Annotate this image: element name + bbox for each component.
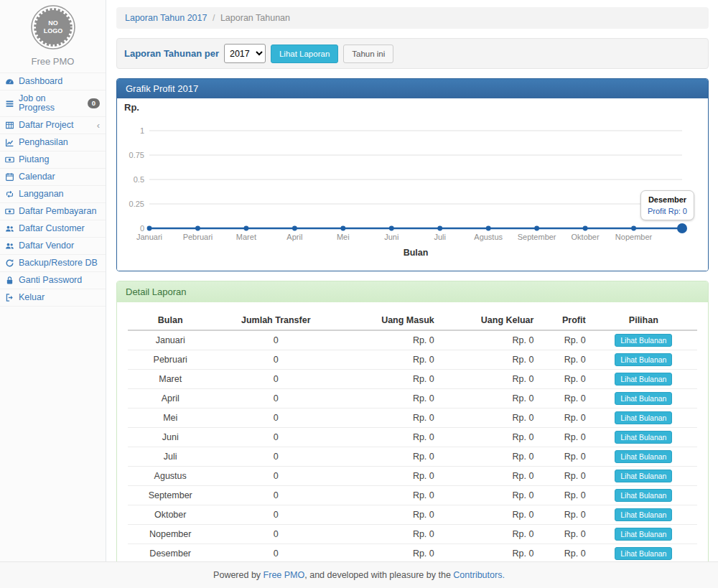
view-monthly-button[interactable]: Lihat Bulanan (615, 450, 672, 463)
sidebar-item-backup-restore-db[interactable]: Backup/Restore DB (0, 254, 106, 271)
cell-jumlah-transfer: 0 (213, 467, 339, 486)
column-header-uang-keluar: Uang Keluar (439, 311, 538, 330)
x-axis-tick-label: Juli (434, 233, 446, 241)
sidebar-item-daftar-pembayaran[interactable]: Daftar Pembayaran (0, 202, 106, 220)
chart-point[interactable] (583, 226, 588, 231)
table-row: Nopember0Rp. 0Rp. 0Rp. 0Lihat Bulanan (128, 525, 697, 544)
cell-jumlah-transfer: 0 (213, 486, 339, 505)
y-axis-tick-label: 0.25 (129, 200, 144, 208)
cell-uang-keluar: Rp. 0 (439, 370, 538, 389)
sidebar-item-daftar-project[interactable]: Daftar Project‹ (0, 116, 106, 134)
view-monthly-button[interactable]: Lihat Bulanan (615, 353, 672, 366)
cell-bulan: Maret (128, 370, 213, 389)
chart-point[interactable] (486, 226, 491, 231)
chart-point[interactable] (631, 226, 636, 231)
cell-bulan: Desember (128, 544, 213, 564)
cell-uang-masuk: Rp. 0 (339, 409, 439, 428)
view-report-button[interactable]: Lihat Laporan (271, 45, 338, 63)
table-header-row: BulanJumlah TransferUang MasukUang Kelua… (128, 311, 697, 330)
retweet-icon (5, 190, 14, 199)
sidebar-menu: DashboardJob on Progress0Daftar Project‹… (0, 73, 106, 307)
chart-point[interactable] (244, 226, 249, 231)
table-row: Mei0Rp. 0Rp. 0Rp. 0Lihat Bulanan (128, 409, 697, 428)
cell-jumlah-transfer: 0 (213, 409, 339, 428)
footer-link-contributors[interactable]: Contributors. (453, 570, 505, 580)
table-row: Juni0Rp. 0Rp. 0Rp. 0Lihat Bulanan (128, 428, 697, 447)
chart-point[interactable] (677, 223, 687, 233)
sidebar-item-penghasilan[interactable]: Penghasilan (0, 134, 106, 151)
x-axis-tick-label: Agustus (474, 233, 503, 241)
cell-profit: Rp. 0 (538, 467, 589, 486)
breadcrumb-link-laporan-tahun[interactable]: Laporan Tahun 2017 (125, 13, 207, 23)
table-row: Januari0Rp. 0Rp. 0Rp. 0Lihat Bulanan (128, 330, 697, 350)
view-monthly-button[interactable]: Lihat Bulanan (615, 528, 672, 541)
cell-pilihan: Lihat Bulanan (590, 409, 697, 428)
view-monthly-button[interactable]: Lihat Bulanan (615, 373, 672, 386)
cell-profit: Rp. 0 (538, 505, 589, 525)
sidebar-item-label: Langganan (19, 190, 64, 199)
cell-uang-masuk: Rp. 0 (339, 370, 439, 389)
chart-point[interactable] (147, 226, 152, 231)
view-monthly-button[interactable]: Lihat Bulanan (615, 470, 672, 482)
cell-pilihan: Lihat Bulanan (590, 525, 697, 544)
breadcrumb-separator: / (213, 13, 215, 23)
chart-point[interactable] (195, 226, 200, 231)
view-monthly-button[interactable]: Lihat Bulanan (615, 431, 672, 444)
sidebar-item-langganan[interactable]: Langganan (0, 185, 106, 202)
cell-jumlah-transfer: 0 (213, 544, 339, 564)
cell-uang-keluar: Rp. 0 (439, 330, 538, 350)
cell-jumlah-transfer: 0 (213, 428, 339, 447)
sidebar-item-calendar[interactable]: Calendar (0, 168, 106, 185)
users-icon (5, 224, 14, 233)
view-monthly-button[interactable]: Lihat Bulanan (615, 508, 672, 521)
footer-prefix: Powered by (213, 570, 263, 580)
x-axis-tick-label: Nopember (615, 233, 653, 241)
view-monthly-button[interactable]: Lihat Bulanan (615, 334, 672, 347)
sidebar-item-label: Daftar Customer (19, 224, 85, 233)
x-axis-tick-label: Mei (337, 233, 350, 241)
this-year-button[interactable]: Tahun ini (343, 45, 393, 63)
chart-point[interactable] (389, 226, 394, 231)
chart-panel-title: Grafik Profit 2017 (117, 79, 708, 98)
lock-icon (5, 276, 14, 285)
chart-point[interactable] (437, 226, 442, 231)
table-row: Pebruari0Rp. 0Rp. 0Rp. 0Lihat Bulanan (128, 350, 697, 370)
cell-bulan: April (128, 389, 213, 409)
sidebar-item-dashboard[interactable]: Dashboard (0, 73, 106, 90)
profit-chart: 00.250.50.751Rp.JanuariPebruariMaretApri… (117, 98, 708, 271)
refresh-icon (5, 258, 14, 268)
cell-uang-masuk: Rp. 0 (339, 447, 439, 467)
logo-text-line2: LOGO (43, 27, 62, 34)
sidebar-item-daftar-vendor[interactable]: Daftar Vendor (0, 237, 106, 254)
view-monthly-button[interactable]: Lihat Bulanan (615, 392, 672, 405)
view-monthly-button[interactable]: Lihat Bulanan (615, 547, 672, 560)
sidebar-item-label: Daftar Project (19, 121, 73, 130)
chart-point[interactable] (340, 226, 345, 231)
report-table: BulanJumlah TransferUang MasukUang Kelua… (128, 311, 697, 579)
year-select[interactable]: 2017 (224, 44, 266, 63)
sidebar-item-keluar[interactable]: Keluar (0, 289, 106, 307)
logo-icon: NO LOGO (30, 4, 76, 50)
report-detail-body: BulanJumlah TransferUang MasukUang Kelua… (117, 311, 708, 579)
chart-point[interactable] (292, 226, 297, 231)
cell-profit: Rp. 0 (538, 486, 589, 505)
calendar-icon (5, 172, 14, 182)
cell-pilihan: Lihat Bulanan (590, 350, 697, 370)
footer-link-free-pmo[interactable]: Free PMO (264, 570, 305, 580)
cell-pilihan: Lihat Bulanan (590, 330, 697, 350)
view-monthly-button[interactable]: Lihat Bulanan (615, 411, 672, 424)
sidebar-item-daftar-customer[interactable]: Daftar Customer (0, 220, 106, 237)
table-row: September0Rp. 0Rp. 0Rp. 0Lihat Bulanan (128, 486, 697, 505)
chart-tooltip: Desember Profit Rp: 0 (640, 190, 694, 220)
chart-point[interactable] (534, 226, 539, 231)
tooltip-value: Profit Rp: 0 (648, 207, 687, 215)
cell-bulan: Nopember (128, 525, 213, 544)
tasks-icon (5, 99, 14, 108)
sidebar-item-piutang[interactable]: Piutang (0, 151, 106, 168)
view-monthly-button[interactable]: Lihat Bulanan (615, 489, 672, 502)
sidebar-item-ganti-password[interactable]: Ganti Password (0, 271, 106, 289)
y-axis-tick-label: 0.5 (134, 175, 144, 184)
page-footer: Powered by Free PMO, and developed with … (0, 561, 718, 588)
sidebar-item-job-on-progress[interactable]: Job on Progress0 (0, 90, 106, 116)
cell-bulan: Juni (128, 428, 213, 447)
